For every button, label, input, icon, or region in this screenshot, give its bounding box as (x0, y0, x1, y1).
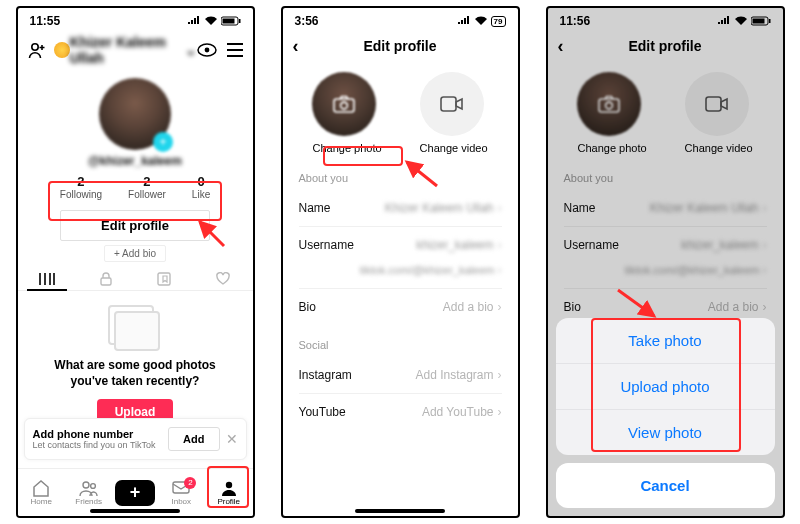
screen-edit-profile: 3:56 79 ‹ Edit profile Change photo Chan… (281, 6, 520, 518)
battery-icon (751, 16, 771, 26)
coin-icon[interactable] (54, 42, 70, 58)
change-photo[interactable]: Change photo (312, 72, 381, 154)
signal-icon (457, 16, 471, 26)
media-row: Change photo Change video (548, 66, 783, 158)
add-phone-button[interactable]: Add (168, 427, 219, 451)
page-title: Edit profile (628, 38, 701, 54)
svg-rect-2 (239, 19, 241, 23)
eye-icon[interactable] (197, 43, 217, 57)
change-photo[interactable]: Change photo (577, 72, 646, 154)
svg-rect-20 (706, 97, 721, 111)
svg-rect-16 (752, 19, 764, 24)
clock: 3:56 (295, 14, 319, 28)
svg-point-8 (83, 482, 89, 488)
tab-saved[interactable] (136, 272, 192, 286)
sheet-upload-photo[interactable]: Upload photo (556, 364, 775, 410)
back-button[interactable]: ‹ (293, 36, 299, 57)
camera-icon (312, 72, 376, 136)
edit-profile-button[interactable]: Edit profile (60, 210, 210, 241)
change-video-label: Change video (420, 142, 488, 154)
section-about: About you (283, 158, 518, 190)
profile-tabs (18, 268, 253, 291)
section-social: Social (283, 325, 518, 357)
svg-point-9 (90, 484, 95, 489)
change-video-label: Change video (685, 142, 753, 154)
camera-icon (577, 72, 641, 136)
nav-create[interactable]: + (115, 480, 155, 506)
change-photo-label: Change photo (312, 142, 381, 154)
field-bio[interactable]: BioAdd a bio› (283, 289, 518, 325)
sheet-take-photo[interactable]: Take photo (556, 318, 775, 364)
change-video[interactable]: Change video (420, 72, 488, 154)
profile-link[interactable]: tiktok.com/@khizer_kaleem › (283, 263, 518, 288)
svg-rect-17 (769, 19, 771, 23)
status-bar: 11:56 (548, 8, 783, 28)
svg-point-3 (31, 44, 37, 50)
add-bio-button[interactable]: + Add bio (104, 245, 166, 262)
promo-line1: What are some good photos (38, 357, 233, 373)
change-video[interactable]: Change video (685, 72, 753, 154)
status-bar: 3:56 79 (283, 8, 518, 28)
clock: 11:56 (560, 14, 591, 28)
video-icon (440, 95, 464, 113)
nav-inbox[interactable]: 2Inbox (160, 479, 202, 506)
svg-point-11 (226, 482, 232, 488)
field-name[interactable]: NameKhizer Kaleem Ullah› (283, 190, 518, 226)
svg-point-13 (341, 102, 348, 109)
svg-rect-18 (599, 99, 619, 112)
field-instagram[interactable]: InstagramAdd Instagram› (283, 357, 518, 393)
verified-plus-badge: + (153, 132, 173, 152)
screen-action-sheet: 11:56 ‹ Edit profile Change photo Change… (546, 6, 785, 518)
field-username[interactable]: Usernamekhizer_kaleem› (548, 227, 783, 263)
tab-posts[interactable] (19, 272, 75, 286)
avatar[interactable]: + (99, 78, 171, 150)
video-icon (705, 95, 729, 113)
close-icon[interactable]: ✕ (226, 431, 238, 447)
svg-point-5 (204, 48, 209, 53)
signal-icon (187, 16, 201, 26)
add-phone-card: Add phone number Let contacts find you o… (24, 418, 247, 460)
page-title: Edit profile (363, 38, 436, 54)
back-button[interactable]: ‹ (558, 36, 564, 57)
sheet-view-photo[interactable]: View photo (556, 410, 775, 455)
sheet-cancel[interactable]: Cancel (556, 463, 775, 508)
field-username[interactable]: Usernamekhizer_kaleem› (283, 227, 518, 263)
top-bar: Khizer Kaleem Ullah⌄ (18, 28, 253, 72)
tab-private[interactable] (77, 272, 133, 286)
section-about: About you (548, 158, 783, 190)
like-stat[interactable]: 0Like (192, 174, 210, 200)
edit-header: ‹ Edit profile (283, 28, 518, 66)
home-indicator (355, 509, 445, 513)
nav-profile[interactable]: Profile (208, 479, 250, 506)
svg-rect-1 (222, 19, 234, 24)
tab-liked[interactable] (195, 272, 251, 286)
home-indicator (90, 509, 180, 513)
add-phone-title: Add phone number (33, 428, 156, 440)
battery-icon (221, 16, 241, 26)
signal-icon (717, 16, 731, 26)
svg-rect-12 (334, 99, 354, 112)
field-name[interactable]: NameKhizer Kaleem Ullah› (548, 190, 783, 226)
menu-icon[interactable] (227, 43, 243, 57)
status-icons (717, 16, 771, 26)
svg-rect-14 (441, 97, 456, 111)
add-friend-icon[interactable] (28, 41, 46, 59)
follower-stat[interactable]: 2Follower (128, 174, 166, 200)
nav-friends[interactable]: Friends (68, 479, 110, 506)
battery-pct-icon: 79 (491, 16, 506, 27)
add-phone-sub: Let contacts find you on TikTok (33, 440, 156, 450)
profile-link[interactable]: tiktok.com/@khizer_kaleem › (548, 263, 783, 288)
following-stat[interactable]: 2Following (60, 174, 102, 200)
status-bar: 11:55 (18, 8, 253, 28)
upload-promo: What are some good photos you've taken r… (18, 291, 253, 433)
nav-home[interactable]: Home (20, 479, 62, 506)
handle: @khizer_kaleem (18, 154, 253, 168)
change-photo-label: Change photo (577, 142, 646, 154)
username-dropdown[interactable]: Khizer Kaleem Ullah⌄ (70, 34, 197, 66)
svg-rect-6 (101, 278, 111, 285)
clock: 11:55 (30, 14, 61, 28)
field-youtube[interactable]: YouTubeAdd YouTube› (283, 394, 518, 430)
photos-icon (114, 311, 156, 347)
wifi-icon (474, 16, 488, 26)
status-icons: 79 (457, 16, 506, 27)
